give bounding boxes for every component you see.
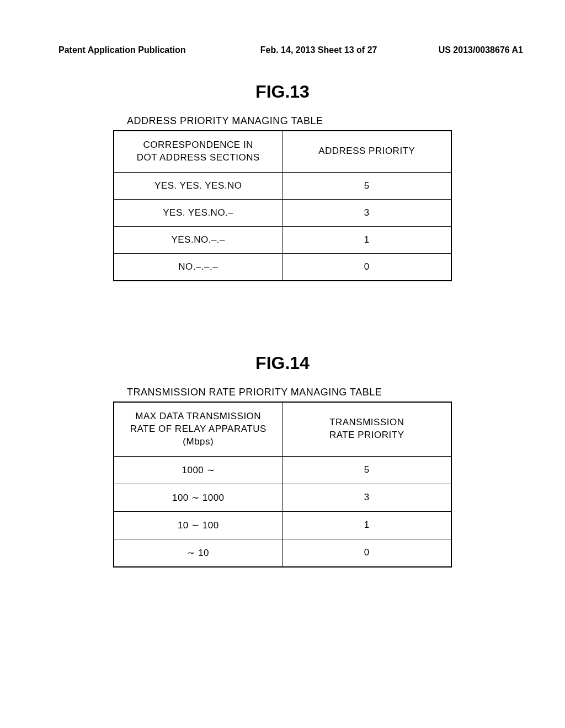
col-header-priority: ADDRESS PRIORITY xyxy=(282,131,451,172)
table-row: YES. YES.NO.– 3 xyxy=(114,199,451,226)
cell-correspondence: YES. YES.NO.– xyxy=(114,199,282,226)
cell-rate-priority: 5 xyxy=(282,456,451,484)
transmission-rate-priority-table: MAX DATA TRANSMISSION RATE OF RELAY APPA… xyxy=(113,402,452,568)
cell-rate-priority: 0 xyxy=(282,539,451,567)
page-content: FIG.13 ADDRESS PRIORITY MANAGING TABLE C… xyxy=(0,0,565,568)
table-row: 10 ∼ 100 1 xyxy=(114,511,451,539)
cell-correspondence: YES. YES. YES.NO xyxy=(114,172,282,199)
table-row: 100 ∼ 1000 3 xyxy=(114,484,451,511)
table-row: YES.NO.–.– 1 xyxy=(114,226,451,253)
figure-14-title: FIG.14 xyxy=(0,353,565,373)
cell-max-rate: ∼ 10 xyxy=(114,539,282,567)
cell-correspondence: YES.NO.–.– xyxy=(114,226,282,253)
header-patent-number: US 2013/0038676 A1 xyxy=(439,45,523,55)
header-text: RATE PRIORITY xyxy=(329,430,404,440)
address-priority-table: CORRESPONDENCE IN DOT ADDRESS SECTIONS A… xyxy=(113,130,452,281)
header-text: CORRESPONDENCE IN xyxy=(143,140,253,150)
table-row: ∼ 10 0 xyxy=(114,539,451,567)
table-row: YES. YES. YES.NO 5 xyxy=(114,172,451,199)
figure-14-caption: TRANSMISSION RATE PRIORITY MANAGING TABL… xyxy=(127,387,565,398)
table-row: NO.–.–.– 0 xyxy=(114,253,451,281)
col-header-rate-priority: TRANSMISSION RATE PRIORITY xyxy=(282,402,451,456)
table-row: 1000 ∼ 5 xyxy=(114,456,451,484)
header-sheet-info: Feb. 14, 2013 Sheet 13 of 27 xyxy=(186,45,439,55)
header-text: RATE OF RELAY APPARATUS xyxy=(130,424,266,434)
cell-priority: 1 xyxy=(282,226,451,253)
figure-13-caption: ADDRESS PRIORITY MANAGING TABLE xyxy=(127,115,565,127)
cell-rate-priority: 3 xyxy=(282,484,451,511)
cell-rate-priority: 1 xyxy=(282,511,451,539)
header-text: (Mbps) xyxy=(183,436,214,447)
figure-13-title: FIG.13 xyxy=(0,82,565,102)
header-text: DOT ADDRESS SECTIONS xyxy=(137,152,260,163)
header-publication: Patent Application Publication xyxy=(58,45,186,55)
table-header-row: MAX DATA TRANSMISSION RATE OF RELAY APPA… xyxy=(114,402,451,456)
cell-priority: 0 xyxy=(282,253,451,281)
cell-max-rate: 1000 ∼ xyxy=(114,456,282,484)
page-header: Patent Application Publication Feb. 14, … xyxy=(58,45,523,55)
cell-priority: 3 xyxy=(282,199,451,226)
cell-max-rate: 100 ∼ 1000 xyxy=(114,484,282,511)
header-text: TRANSMISSION xyxy=(329,417,404,427)
cell-priority: 5 xyxy=(282,172,451,199)
col-header-max-rate: MAX DATA TRANSMISSION RATE OF RELAY APPA… xyxy=(114,402,282,456)
cell-max-rate: 10 ∼ 100 xyxy=(114,511,282,539)
header-text: MAX DATA TRANSMISSION xyxy=(135,411,261,421)
cell-correspondence: NO.–.–.– xyxy=(114,253,282,281)
col-header-correspondence: CORRESPONDENCE IN DOT ADDRESS SECTIONS xyxy=(114,131,282,172)
table-header-row: CORRESPONDENCE IN DOT ADDRESS SECTIONS A… xyxy=(114,131,451,172)
